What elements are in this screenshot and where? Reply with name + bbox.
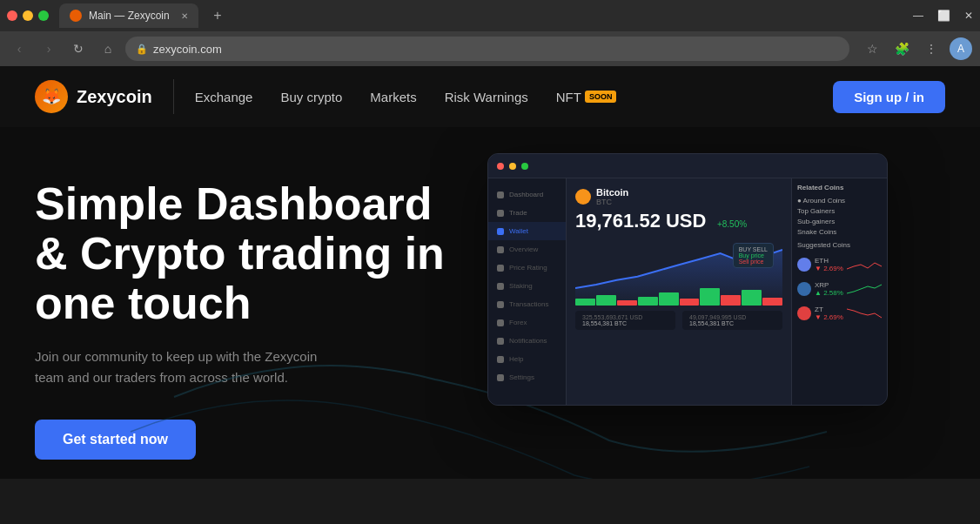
chart-tooltip: BUY SELL Buy price Sell price — [733, 243, 774, 268]
minimize-window-button[interactable]: — — [913, 10, 923, 22]
mockup-body: Dashboard Trade Wallet Overview — [488, 178, 887, 405]
cta-button[interactable]: Get started now — [35, 420, 196, 460]
browser-menu-icon[interactable]: ⋮ — [919, 37, 943, 61]
sidebar-dashboard[interactable]: Dashboard — [488, 185, 566, 204]
back-button[interactable]: ‹ — [7, 37, 31, 61]
xrp-info: XRP ▲ 2.58% — [815, 281, 843, 297]
nav-nft[interactable]: NFT — [556, 90, 581, 104]
notifications-icon — [497, 338, 504, 345]
address-bar[interactable]: 🔒 zexycoin.com — [125, 37, 849, 61]
extensions-icon[interactable]: 🧩 — [889, 37, 914, 61]
related-zt: ZT ▼ 2.69% — [797, 305, 882, 322]
staking-icon — [497, 283, 504, 290]
coin-name: Bitcoin — [596, 187, 628, 198]
window-controls — [7, 10, 49, 21]
sidebar-price-rating[interactable]: Price Rating — [488, 259, 566, 277]
related-xrp: XRP ▲ 2.58% — [797, 280, 882, 298]
volume-bars — [575, 284, 782, 306]
bookmark-icon[interactable]: ☆ — [860, 37, 884, 61]
stat-market-cap: 325,553,693,671 USD 18,554,381 BTC — [575, 311, 675, 330]
price-rating-icon — [497, 265, 504, 272]
hero-left: Simple Dashboard & Crypto trading in one… — [35, 162, 470, 460]
volume-bar — [596, 295, 616, 306]
lock-icon: 🔒 — [136, 44, 148, 55]
dashboard-icon — [497, 191, 504, 198]
related-label-around: ● Around Coins — [797, 197, 882, 205]
sidebar-wallet[interactable]: Wallet — [488, 222, 566, 240]
os-window-controls: — ⬜ ✕ — [913, 10, 973, 22]
browser-toolbar: ‹ › ↻ ⌂ 🔒 zexycoin.com ☆ 🧩 ⋮ A — [0, 31, 980, 66]
related-label-snake: Snake Coins — [797, 228, 882, 236]
coin-info: Bitcoin BTC — [596, 187, 628, 206]
nft-soon-badge: SOON — [585, 91, 617, 103]
maximize-dot[interactable] — [38, 10, 49, 21]
tab-title: Main — Zexycoin — [89, 10, 170, 22]
eth-sparkline — [847, 256, 882, 273]
profile-avatar: A — [950, 37, 972, 60]
xrp-change: ▲ 2.58% — [815, 289, 843, 297]
volume-bar — [721, 295, 741, 306]
eth-avatar — [797, 258, 811, 272]
account-icon[interactable]: A — [949, 37, 973, 61]
logo-text: Zexycoin — [77, 87, 152, 107]
sidebar-transactions[interactable]: Transactions — [488, 295, 566, 313]
volume-bar — [742, 290, 762, 306]
volume-btc: 18,554,381 BTC — [689, 320, 775, 326]
mockup-titlebar — [488, 154, 887, 178]
volume-bar — [617, 300, 637, 306]
eth-info: ETH ▼ 2.69% — [815, 257, 843, 272]
market-cap-btc: 18,554,381 BTC — [582, 320, 668, 326]
close-dot[interactable] — [7, 10, 17, 21]
sidebar-help[interactable]: Help — [488, 350, 566, 368]
nav-nft-container: NFT SOON — [556, 90, 617, 104]
hero-right: Dashboard Trade Wallet Overview — [487, 153, 945, 406]
xrp-name: XRP — [815, 281, 843, 289]
volume-bar — [638, 297, 658, 306]
logo[interactable]: 🦊 Zexycoin — [35, 80, 152, 113]
minimize-dot[interactable] — [23, 10, 33, 21]
volume-bar — [680, 299, 700, 306]
hero-title: Simple Dashboard & Crypto trading in one… — [35, 179, 470, 329]
logo-icon: 🦊 — [35, 80, 68, 113]
nav-buy-crypto[interactable]: Buy crypto — [280, 90, 342, 104]
mockup-main-content: Bitcoin BTC 19,761.52 USD +8.50% — [567, 178, 791, 405]
sidebar-forex[interactable]: Forex — [488, 313, 566, 332]
forward-button[interactable]: › — [37, 37, 61, 61]
browser-chrome: Main — Zexycoin ✕ + — ⬜ ✕ ‹ › ↻ ⌂ 🔒 zexy… — [0, 0, 980, 66]
home-button[interactable]: ⌂ — [96, 37, 120, 61]
related-coins-title: Related Coins — [797, 184, 882, 191]
coin-header: Bitcoin BTC — [575, 187, 782, 206]
sidebar-settings[interactable]: Settings — [488, 368, 566, 386]
mockup-stats: 325,553,693,671 USD 18,554,381 BTC 49,09… — [575, 311, 782, 330]
bitcoin-avatar — [575, 189, 591, 205]
volume-label: 49,097,949,995 USD — [689, 314, 775, 320]
sidebar-overview[interactable]: Overview — [488, 240, 566, 259]
related-label-suggested: Suggested Coins — [797, 241, 882, 249]
nav-risk-warnings[interactable]: Risk Warnings — [445, 90, 528, 104]
website-content: 🦊 Zexycoin Exchange Buy crypto Markets R… — [0, 66, 980, 479]
related-coins-panel: Related Coins ● Around Coins Top Gainers… — [791, 178, 887, 405]
nav-exchange[interactable]: Exchange — [195, 90, 253, 104]
sidebar-staking[interactable]: Staking — [488, 277, 566, 295]
signup-button[interactable]: Sign up / in — [833, 81, 945, 113]
settings-icon — [497, 374, 504, 381]
sidebar-trade[interactable]: Trade — [488, 204, 566, 222]
xrp-avatar — [797, 282, 811, 296]
restore-window-button[interactable]: ⬜ — [937, 10, 950, 22]
overview-icon — [497, 246, 504, 253]
new-tab-button[interactable]: + — [205, 3, 230, 28]
tab-close-button[interactable]: ✕ — [181, 11, 188, 21]
transactions-icon — [497, 301, 504, 308]
coin-price: 19,761.52 USD — [575, 210, 706, 232]
refresh-button[interactable]: ↻ — [66, 37, 91, 61]
toolbar-right: ☆ 🧩 ⋮ A — [860, 37, 973, 61]
sidebar-notifications[interactable]: Notifications — [488, 332, 566, 350]
browser-tab[interactable]: Main — Zexycoin ✕ — [59, 3, 198, 28]
browser-titlebar: Main — Zexycoin ✕ + — ⬜ ✕ — [0, 0, 980, 31]
related-eth: ETH ▼ 2.69% — [797, 256, 882, 273]
nav-markets[interactable]: Markets — [370, 90, 416, 104]
mockup-dot-green — [521, 163, 528, 170]
hero-subtitle: Join our community to keep up with the Z… — [35, 346, 331, 388]
close-window-button[interactable]: ✕ — [964, 10, 973, 22]
mockup-dot-yellow — [509, 163, 516, 170]
